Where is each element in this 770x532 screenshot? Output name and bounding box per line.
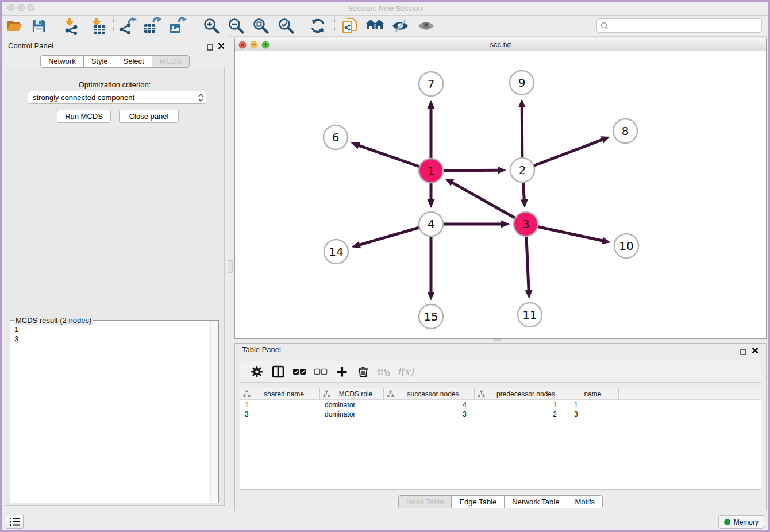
duplicate-network-icon[interactable] [340, 17, 360, 35]
close-panel-icon[interactable] [218, 41, 225, 52]
add-column-icon[interactable] [331, 365, 352, 378]
application-window: Session: New Session [0, 0, 770, 532]
split-columns-icon[interactable] [267, 365, 288, 378]
table-cell[interactable]: 1 [475, 400, 569, 410]
zoom-selected-icon[interactable] [276, 17, 295, 35]
search-input[interactable] [611, 21, 758, 30]
zoom-in-icon[interactable] [201, 17, 221, 35]
import-network-icon[interactable] [60, 17, 80, 35]
tab-network[interactable]: Network [40, 55, 84, 68]
delete-column-icon[interactable] [352, 365, 374, 378]
column-header-predecessor-nodes[interactable]: predecessor nodes [475, 388, 569, 399]
table-tabs: Node TableEdge TableNetwork TableMotifs [235, 495, 766, 508]
houses-icon[interactable] [365, 17, 384, 35]
memory-label: Memory [734, 518, 759, 526]
close-table-panel-icon[interactable] [752, 346, 759, 356]
memory-button[interactable]: Memory [718, 515, 764, 529]
edge-2-8[interactable] [522, 140, 603, 170]
toolbar-separator [57, 17, 57, 34]
result-line: 1 [14, 325, 210, 334]
select-all-checkboxes-icon[interactable] [288, 365, 310, 378]
zoom-out-icon[interactable] [226, 17, 245, 35]
gear-icon[interactable] [246, 365, 267, 378]
refresh-icon[interactable] [308, 17, 328, 35]
export-image-icon[interactable] [168, 17, 187, 35]
tab-edge-table[interactable]: Edge Table [451, 495, 505, 508]
eye-icon[interactable] [416, 17, 436, 35]
table-cell[interactable]: 3 [384, 410, 475, 419]
table-toolbar: f(x) [240, 361, 761, 383]
network-window-titlebar[interactable]: scc.txt [235, 38, 766, 51]
tab-motifs[interactable]: Motifs [567, 495, 603, 508]
status-bar: Memory [2, 512, 768, 530]
table-cell[interactable]: 1 [569, 400, 619, 410]
network-window: scc.txt 7968124314101511 [234, 38, 767, 339]
horizontal-splitter-handle[interactable] [494, 339, 501, 342]
edge-arrow-3-11 [525, 290, 533, 299]
toolbar-separator [195, 17, 195, 34]
export-network-icon[interactable] [118, 17, 137, 35]
open-folder-icon[interactable] [5, 17, 24, 35]
table-cell[interactable]: dominator [320, 410, 384, 419]
network-canvas[interactable]: 7968124314101511 [235, 51, 766, 338]
tab-style[interactable]: Style [83, 55, 116, 68]
graph-node-label-7: 7 [428, 77, 435, 91]
export-table-icon[interactable] [143, 17, 162, 35]
graph-node-label-11: 11 [522, 308, 537, 322]
table-cell[interactable]: dominator [320, 400, 384, 410]
search-icon [600, 22, 609, 30]
edge-arrow-2-3 [521, 199, 528, 208]
column-label: predecessor nodes [485, 390, 569, 398]
toolbar-separator [302, 17, 302, 34]
deselect-all-checkboxes-icon[interactable] [310, 365, 331, 378]
shared-column-icon [478, 390, 485, 398]
column-header-successor-nodes[interactable]: successor nodes [384, 388, 475, 399]
tab-node-table[interactable]: Node Table [398, 495, 452, 508]
mcds-result-box: MCDS result (2 nodes) 13 [10, 320, 219, 503]
memory-status-icon [724, 519, 730, 525]
result-scrollbar[interactable] [210, 321, 218, 502]
table-cell[interactable]: 3 [569, 410, 619, 419]
mcds-panel: Optimization criterion: strongly connect… [5, 68, 225, 506]
table-cell[interactable]: 4 [384, 400, 475, 410]
function-builder-icon[interactable]: f(x) [395, 366, 416, 377]
table-cell[interactable]: 3 [240, 410, 320, 419]
delete-table-icon[interactable] [374, 365, 395, 378]
control-panel-title: Control Panel [8, 41, 53, 50]
run-mcds-button[interactable]: Run MCDS [57, 110, 111, 123]
close-panel-button[interactable]: Close panel [119, 110, 179, 123]
column-header-shared-name[interactable]: shared name [240, 388, 320, 399]
tab-mcds[interactable]: MCDS [152, 55, 190, 68]
edge-arrow-3-10 [602, 237, 611, 245]
shared-column-icon [243, 390, 251, 398]
tab-select[interactable]: Select [116, 55, 152, 68]
float-table-panel-icon[interactable] [740, 347, 746, 357]
toolbar-separator [113, 17, 114, 34]
table-row[interactable]: 3dominator323 [240, 410, 761, 419]
table-cell[interactable]: 1 [240, 400, 320, 410]
table-row[interactable]: 1dominator411 [240, 400, 761, 410]
table-cell[interactable]: 2 [475, 410, 569, 419]
network-graph[interactable]: 7968124314101511 [235, 51, 766, 338]
float-panel-icon[interactable] [207, 43, 213, 53]
table-header-row: shared nameMCDS rolesuccessor nodesprede… [240, 388, 761, 400]
edge-arrow-1-7 [428, 100, 435, 109]
column-header-MCDS-role[interactable]: MCDS role [320, 388, 384, 399]
column-label: name [569, 390, 618, 398]
eye-slash-icon[interactable] [390, 17, 410, 35]
import-table-icon[interactable] [87, 17, 107, 35]
optimization-criterion-label: Optimization criterion: [5, 80, 224, 89]
tab-network-table[interactable]: Network Table [504, 495, 567, 508]
vertical-splitter-handle[interactable] [228, 260, 233, 273]
task-history-button[interactable] [6, 515, 24, 529]
control-panel: Control Panel NetworkStyleSelectMCDS Opt… [2, 36, 228, 511]
edge-3-1[interactable] [452, 182, 526, 224]
criterion-select[interactable]: strongly connected component [28, 91, 206, 104]
column-header-name[interactable]: name [569, 388, 619, 399]
fit-content-icon[interactable] [251, 17, 270, 35]
graph-node-label-3: 3 [522, 217, 530, 231]
table-panel-title: Table Panel [242, 345, 281, 354]
save-icon[interactable] [29, 17, 48, 35]
list-icon [10, 517, 20, 526]
os-titlebar: Session: New Session [2, 2, 768, 16]
